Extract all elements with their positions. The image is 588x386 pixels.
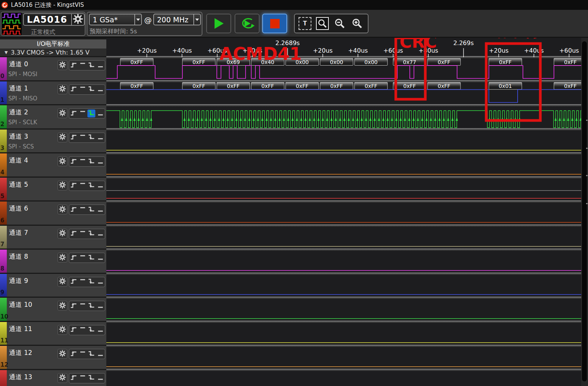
trigger-rising-button[interactable] — [70, 158, 78, 166]
trigger-rising-button[interactable] — [70, 206, 78, 214]
channel-settings-button[interactable] — [58, 205, 67, 214]
trigger-button-group — [69, 133, 105, 143]
trigger-falling-button[interactable] — [87, 109, 95, 117]
channel-settings-button[interactable] — [58, 229, 67, 239]
dropdown-arrow-button[interactable] — [193, 14, 200, 25]
waveform-view[interactable]: +20us+40us+60us+80us2.2689s+20us+40us+60… — [106, 38, 581, 386]
channel-settings-button[interactable] — [58, 60, 67, 70]
trigger-falling-button[interactable] — [87, 134, 95, 142]
svg-text:0x00: 0x00 — [364, 59, 378, 65]
trigger-high-button[interactable] — [79, 326, 87, 334]
trigger-low-button[interactable] — [96, 134, 104, 142]
trigger-falling-icon — [88, 326, 95, 334]
trigger-falling-button[interactable] — [87, 158, 95, 166]
trigger-high-button[interactable] — [79, 206, 87, 214]
trigger-rising-button[interactable] — [70, 134, 78, 142]
io-level-selector[interactable]: ▼ 3.3V CMOS -> Vth: 1.65 V — [0, 48, 106, 56]
trigger-low-button[interactable] — [96, 86, 104, 94]
stop-capture-button[interactable] — [262, 14, 287, 33]
trigger-high-button[interactable] — [79, 134, 87, 142]
trigger-rising-button[interactable] — [70, 86, 78, 94]
trigger-high-button[interactable] — [79, 86, 87, 94]
trigger-falling-button[interactable] — [87, 206, 95, 214]
channel-settings-button[interactable] — [58, 156, 67, 166]
trigger-low-button[interactable] — [96, 350, 104, 358]
trigger-high-button[interactable] — [79, 230, 87, 238]
trigger-falling-button[interactable] — [87, 302, 95, 310]
trigger-rising-icon — [70, 158, 77, 166]
channel-settings-button[interactable] — [58, 301, 67, 311]
trigger-low-button[interactable] — [96, 230, 104, 238]
channel-color-stripe: 13 — [0, 370, 7, 386]
trigger-low-button[interactable] — [96, 326, 104, 334]
trigger-rising-button[interactable] — [70, 254, 78, 262]
trigger-high-button[interactable] — [79, 374, 87, 382]
trigger-low-button[interactable] — [96, 158, 104, 166]
scrollbar-mark — [586, 175, 588, 176]
vertical-scrollbar[interactable] — [581, 38, 588, 386]
trigger-rising-button[interactable] — [70, 350, 78, 358]
trigger-rising-button[interactable] — [70, 61, 78, 69]
trigger-falling-button[interactable] — [87, 254, 95, 262]
trigger-low-button[interactable] — [96, 109, 104, 117]
trigger-low-button[interactable] — [96, 374, 104, 382]
trigger-falling-button[interactable] — [87, 326, 95, 334]
trigger-rising-button[interactable] — [70, 278, 78, 286]
svg-text:0xFF: 0xFF — [403, 83, 416, 89]
trigger-falling-button[interactable] — [87, 86, 95, 94]
sampling-panel: 1 GSa* @ 200 MHz 预期采样时间: 5s — [87, 12, 202, 36]
trigger-high-button[interactable] — [79, 109, 87, 117]
trigger-low-button[interactable] — [96, 278, 104, 286]
trigger-low-button[interactable] — [96, 254, 104, 262]
trigger-high-button[interactable] — [79, 278, 87, 286]
zoom-selection-button[interactable] — [316, 17, 329, 30]
channel-row-5: 5 通道 5 — [0, 178, 106, 201]
trigger-high-button[interactable] — [79, 302, 87, 310]
text-annotation-tool-button[interactable]: T — [299, 17, 311, 30]
channel-settings-button[interactable] — [58, 253, 67, 263]
trigger-falling-button[interactable] — [87, 61, 95, 69]
channel-settings-button[interactable] — [58, 108, 67, 118]
trigger-high-button[interactable] — [79, 350, 87, 358]
trigger-rising-button[interactable] — [70, 302, 78, 310]
trigger-high-button[interactable] — [79, 254, 87, 262]
channel-settings-button[interactable] — [58, 325, 67, 335]
trigger-high-icon — [79, 133, 86, 142]
loop-capture-button[interactable] — [235, 14, 260, 33]
channel-settings-button[interactable] — [58, 84, 67, 94]
sample-rate-dropdown[interactable]: 1 GSa* — [89, 14, 142, 25]
trigger-low-button[interactable] — [96, 206, 104, 214]
trigger-falling-button[interactable] — [87, 278, 95, 286]
channel-name: 通道 13 — [9, 373, 32, 381]
trigger-falling-button[interactable] — [87, 374, 95, 382]
trigger-falling-button[interactable] — [87, 182, 95, 190]
trigger-high-button[interactable] — [79, 158, 87, 166]
trigger-low-button[interactable] — [96, 182, 104, 190]
trigger-rising-button[interactable] — [70, 230, 78, 238]
start-capture-button[interactable] — [206, 14, 231, 33]
zoom-selection-icon — [317, 19, 327, 28]
channel-settings-button[interactable] — [58, 181, 67, 191]
trigger-rising-button[interactable] — [70, 326, 78, 334]
zoom-in-button[interactable] — [351, 17, 364, 30]
trigger-rising-button[interactable] — [70, 182, 78, 190]
scrollbar-thumb[interactable] — [582, 41, 587, 382]
channel-settings-button[interactable] — [58, 277, 67, 287]
channel-settings-button[interactable] — [58, 373, 67, 383]
channel-name: 通道 12 — [9, 348, 32, 357]
trigger-falling-button[interactable] — [87, 230, 95, 238]
trigger-high-button[interactable] — [79, 61, 87, 69]
device-settings-button[interactable] — [72, 14, 84, 25]
dropdown-arrow-button[interactable] — [134, 14, 141, 25]
trigger-low-button[interactable] — [96, 302, 104, 310]
channel-settings-button[interactable] — [58, 349, 67, 359]
channel-settings-button[interactable] — [58, 133, 67, 142]
trigger-rising-button[interactable] — [70, 374, 78, 382]
trigger-rising-button[interactable] — [70, 109, 78, 117]
trigger-low-button[interactable] — [96, 61, 104, 69]
zoom-out-button[interactable] — [333, 17, 346, 30]
channel-number: 5 — [0, 193, 4, 200]
trigger-high-button[interactable] — [79, 182, 87, 190]
trigger-falling-button[interactable] — [87, 350, 95, 358]
sample-frequency-dropdown[interactable]: 200 MHz — [153, 14, 201, 25]
